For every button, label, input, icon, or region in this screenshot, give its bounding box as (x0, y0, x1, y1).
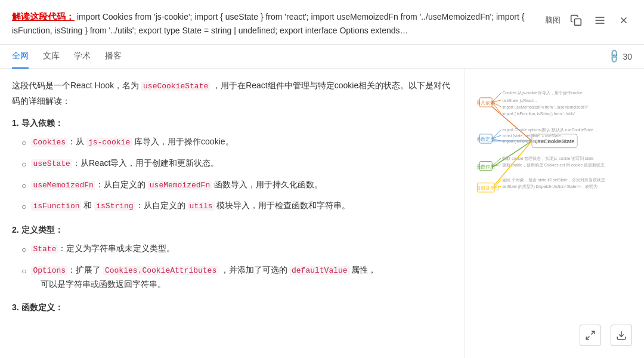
section-1-title: 1. 导入依赖： (12, 118, 453, 129)
bullet-3: ○ (21, 179, 26, 193)
svg-text:useState 从React...: useState 从React... (502, 98, 537, 103)
list-item-cookies: ○ Cookies：从 js-cookie 库导入，用于操作cookie。 (12, 135, 453, 150)
section-3: 3. 函数定义： (12, 303, 453, 313)
svg-text:export Cookie options-默认 默认从 u: export Cookie options-默认 默认从 useCookieSt… (502, 128, 597, 132)
svg-text:Cookies 从js-cookie库导入，用于操作cook: Cookies 从js-cookie库导入，用于操作cookie (502, 91, 583, 96)
options-text-cont: 可以是字符串或函数返回字符串。 (31, 279, 166, 289)
header-label: 解读这段代码： (12, 11, 75, 21)
code-cookieattributes: Cookies.CookieAttributes (103, 266, 218, 275)
section-1-number: 1. (12, 118, 21, 128)
bullet-2: ○ (21, 158, 26, 172)
header: 解读这段代码： import Cookies from 'js-cookie';… (0, 0, 644, 45)
section-2: 2. 定义类型： ○ State：定义为字符串或未定义类型。 ○ Options… (12, 225, 453, 292)
svg-line-11 (492, 93, 501, 103)
tab-quanwang[interactable]: 全网 (12, 45, 29, 69)
list-item-state: ○ State：定义为字符串或未定义类型。 (12, 242, 453, 257)
code-state: State (31, 245, 58, 254)
bullet-6: ○ (21, 264, 26, 279)
svg-text:返回 个对象，包含 state 和 setState，分别对: 返回 个对象，包含 state 和 setState，分别对应当前状态 (502, 178, 605, 183)
list-item-usestate: ○ useState：从React导入，用于创建和更新状态。 (12, 156, 453, 172)
code-defaultvalue: defaultValue (290, 266, 349, 275)
list-item-usememoizedfn: ○ useMemoizedFn：从自定义的 useMemoizedFn 函数导入… (12, 178, 453, 193)
header-text: 解读这段代码： import Cookies from 'js-cookie';… (12, 10, 539, 37)
tab-xueshu[interactable]: 学术 (74, 45, 91, 69)
code-isfunction: isFunction (31, 202, 81, 211)
link-count: 🔗 30 (608, 51, 632, 62)
tab-wenku[interactable]: 文库 (43, 45, 60, 69)
list-item-isfunction: ○ isFunction 和 isString：从自定义的 utils 模块导入… (12, 199, 453, 214)
tabs-bar: 全网 文库 学术 播客 🔗 30 (0, 45, 644, 69)
close-button[interactable] (615, 12, 632, 29)
bullet-4: ○ (21, 200, 26, 214)
main-content: 这段代码是一个React Hook，名为 useCookieState ，用于在… (0, 69, 644, 358)
header-code-text: import Cookies from 'js-cookie'; import … (12, 12, 524, 35)
tab-boke[interactable]: 播客 (105, 45, 122, 69)
download-button[interactable] (611, 325, 632, 346)
list-button[interactable] (592, 12, 608, 29)
svg-text:setState 的类型为 Dispatch<Action<: setState 的类型为 Dispatch<Action<State>>，表明… (502, 185, 597, 190)
svg-rect-0 (575, 19, 581, 26)
svg-text:import useMemoizedFn from '../: import useMemoizedFn from '../useMemoize… (502, 105, 588, 110)
svg-line-42 (592, 331, 595, 334)
code-usestate: useState (31, 159, 72, 168)
svg-text:const [state, setState] = useS: const [state, setState] = useState... (502, 134, 564, 138)
code-cookies: Cookies (31, 138, 67, 147)
svg-text:更新cookie，使用的是 Cookies.set 用 co: 更新cookie，使用的是 Cookies.set 用 cookie 值更新状态 (502, 163, 605, 168)
bullet-1: ○ (21, 136, 26, 150)
copy-button[interactable] (568, 12, 584, 29)
svg-text:导入依赖: 导入依赖 (477, 101, 495, 106)
right-panel: useCookieState 导入依赖 Cookies 从js-cookie库导… (465, 69, 644, 358)
app-container: 解读这段代码： import Cookies from 'js-cookie';… (0, 0, 644, 358)
mindmap-svg: useCookieState 导入依赖 Cookies 从js-cookie库导… (477, 84, 632, 203)
svg-text:import { isFunction } from 'lo: import { isFunction } from 'lodash-es' (502, 139, 566, 144)
expand-button[interactable] (580, 325, 601, 346)
bullet-5: ○ (21, 243, 26, 257)
svg-text:返回值及类型: 返回值及类型 (477, 186, 500, 192)
code-js-cookie: js-cookie (86, 138, 132, 147)
section-1: 1. 导入依赖： ○ Cookies：从 js-cookie 库导入，用于操作c… (12, 118, 453, 214)
section-2-title: 2. 定义类型： (12, 225, 453, 236)
code-utils: utils (188, 202, 215, 211)
list-item-options: ○ Options：扩展了 Cookies.CookieAttributes ，… (12, 263, 453, 292)
hook-name: useCookieState (141, 82, 210, 91)
intro-text: 这段代码是一个React Hook，名为 useCookieState ，用于在… (12, 78, 453, 109)
link-icon: 🔗 (606, 48, 623, 65)
link-count-number: 30 (623, 52, 632, 61)
mindmap-container: useCookieState 导入依赖 Cookies 从js-cookie库导… (477, 84, 632, 203)
code-usememoizedfn2: useMemoizedFn (148, 181, 212, 190)
code-usememoizedfn: useMemoizedFn (31, 181, 95, 190)
left-panel: 这段代码是一个React Hook，名为 useCookieState ，用于在… (0, 69, 465, 358)
svg-text:函数定义: 函数定义 (477, 137, 495, 143)
svg-line-43 (586, 337, 589, 340)
header-icons: 脑图 (545, 12, 632, 29)
section-3-title: 3. 函数定义： (12, 303, 453, 313)
mindmap-button[interactable]: 脑图 (545, 12, 561, 29)
bottom-icons (580, 325, 632, 346)
svg-text:import { isFunction, isString : import { isFunction, isString } from '..… (502, 112, 575, 117)
svg-line-22 (492, 130, 501, 139)
code-options: Options (31, 266, 67, 275)
svg-text:函数作用: 函数作用 (477, 164, 495, 169)
code-isstring: isString (94, 202, 135, 211)
